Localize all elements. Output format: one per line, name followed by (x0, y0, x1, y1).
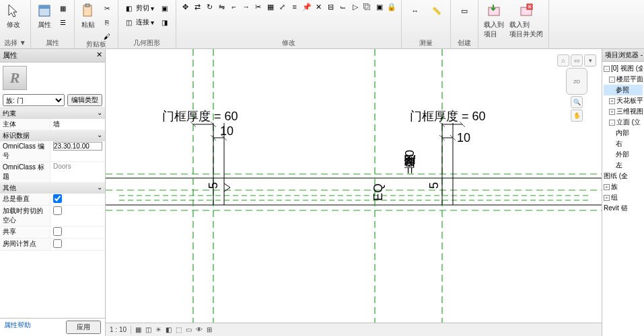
edit-type-button[interactable]: 编辑类型 (67, 94, 102, 106)
tree-item[interactable]: -[0] 视图 (全 (604, 63, 643, 74)
split2-icon[interactable]: ⊟ (326, 1, 336, 12)
split-icon[interactable]: ✂ (253, 1, 264, 12)
corner-icon[interactable]: ⌙ (338, 1, 349, 12)
tree-item[interactable]: 左 (604, 160, 643, 171)
tree-item[interactable]: +组 (604, 192, 643, 203)
pin-icon[interactable]: 📌 (301, 1, 312, 12)
vertical-checkbox[interactable] (53, 194, 62, 203)
nav-pan-icon[interactable]: ✋ (571, 110, 583, 122)
tree-item-label: 图纸 (全 (604, 172, 628, 179)
measure-button[interactable]: ↔ (406, 1, 425, 20)
room-checkbox[interactable] (53, 239, 62, 248)
rotate-icon[interactable]: ↻ (205, 1, 215, 12)
tree-toggle-icon[interactable]: - (604, 66, 610, 72)
nav-config-icon[interactable]: ▾ (584, 54, 596, 67)
tree-item[interactable]: -立面 (立 (604, 117, 643, 128)
browser-title[interactable]: 项目浏览器 - 族 (602, 49, 644, 62)
tree-toggle-icon[interactable]: - (609, 120, 615, 126)
drawing-canvas[interactable]: 门框厚度 = 60 门框厚度 = 60 10 10 5 5 EQ 门扇厚度 = … (106, 49, 602, 336)
align-icon[interactable]: ≡ (289, 1, 300, 12)
move-icon[interactable]: ✥ (180, 1, 191, 12)
cut-geom-button[interactable]: ◧剪切 ▾ (122, 1, 155, 15)
properties-button[interactable]: 属性 (35, 1, 54, 31)
scale-display[interactable]: 1 : 10 (110, 326, 127, 333)
shared-checkbox[interactable] (53, 227, 62, 236)
create-button[interactable]: ▭ (455, 1, 474, 20)
cut-button[interactable]: ✂ (100, 1, 114, 15)
load-project-button[interactable]: 载入到 项目 (482, 1, 505, 40)
tree-toggle-icon[interactable]: + (604, 184, 610, 190)
tree-item[interactable]: 内部 (604, 128, 643, 138)
load-close-button[interactable]: 载入到 项目并关闭 (508, 1, 544, 40)
mirror2-icon[interactable]: ▷ (350, 1, 361, 12)
mirror-icon[interactable]: ⇋ (217, 1, 227, 12)
section-other[interactable]: 其他⌄ (0, 183, 105, 194)
join-geom-button[interactable]: ◫连接 ▾ (122, 15, 155, 29)
tree-item[interactable]: 右 (604, 138, 643, 149)
measure2-button[interactable]: 📏 (427, 1, 446, 20)
tree-item[interactable]: 外部 (604, 149, 643, 160)
ribbon-group-modify: ✥ ⇄ ↻ ⇋ ⌐ → ✂ ▦ ⤢ ≡ 📌 ✕ ⊟ ⌙ ▷ ⿻ ▣ 🔒 修改 (176, 0, 402, 48)
properties-help-link[interactable]: 属性帮助 (4, 321, 31, 334)
geom-opt1[interactable]: ▣ (158, 1, 172, 15)
trim-icon[interactable]: ⌐ (229, 1, 240, 12)
offset-icon[interactable]: ⇄ (192, 1, 203, 12)
group-icon[interactable]: ▣ (374, 1, 385, 12)
scale-icon[interactable]: ⤢ (277, 1, 288, 12)
lock-icon[interactable]: 🔒 (386, 1, 397, 12)
geom-opt2[interactable]: ◨ (158, 15, 172, 29)
void-checkbox[interactable] (53, 206, 62, 215)
shape-icon: ▣ (159, 3, 170, 13)
apply-button[interactable]: 应用 (66, 321, 101, 334)
tree-item[interactable]: -楼层平面 (604, 74, 643, 85)
nav-zoom-icon[interactable]: 🔍 (571, 96, 583, 108)
tree-toggle-icon[interactable]: - (609, 77, 615, 83)
crop-region-icon[interactable]: ▭ (186, 326, 192, 333)
annot-frame-right: 门框厚度 = 60 (410, 108, 486, 124)
project-browser: 项目浏览器 - 族 -[0] 视图 (全-楼层平面参照+天花板平+三维视图-立面… (602, 49, 644, 336)
sun-path-icon[interactable]: ☀ (155, 326, 162, 333)
section-id-data[interactable]: 标识数据⌄ (0, 130, 105, 141)
properties-grid: 约束⌄ 主体墙 标识数据⌄ OmniClass 编号 OmniClass 标题D… (0, 108, 105, 318)
tree-item[interactable]: Revit 链 (604, 203, 643, 214)
type-props-button[interactable]: ▦ (57, 1, 70, 15)
family-types-button[interactable]: ☰ (57, 15, 70, 29)
reveal-icon[interactable]: ⊞ (207, 326, 212, 333)
modify-button[interactable]: 修改 (4, 1, 23, 31)
copy-button[interactable]: ⎘ (100, 15, 114, 29)
copy2-icon[interactable]: ⿻ (362, 1, 373, 12)
detail-level-icon[interactable]: ▦ (135, 326, 141, 333)
tree-toggle-icon[interactable]: + (609, 109, 615, 115)
tree-toggle-icon[interactable]: + (604, 195, 610, 201)
properties-title-bar[interactable]: 属性 ✕ (0, 49, 105, 62)
hide-icon[interactable]: 👁 (196, 326, 203, 333)
array-icon[interactable]: ▦ (265, 1, 276, 12)
view-cube[interactable]: 2D (566, 68, 587, 95)
revit-logo-icon: R (3, 66, 27, 90)
view-control-bar: 1 : 10 ▦ ◫ ☀ ◧ ⬚ ▭ 👁 ⊞ (106, 323, 602, 336)
nav-home-icon[interactable]: ⌂ (557, 54, 569, 67)
tree-item-label: 外部 (616, 151, 629, 158)
tree-item-label: 左 (616, 161, 622, 169)
section-constraints[interactable]: 约束⌄ (0, 108, 105, 119)
close-icon[interactable]: ✕ (96, 50, 102, 60)
browser-tree[interactable]: -[0] 视图 (全-楼层平面参照+天花板平+三维视图-立面 (立内部右外部左图… (602, 62, 644, 215)
nav-recent-icon[interactable]: ▭ (571, 54, 583, 67)
shadows-icon[interactable]: ◧ (166, 326, 172, 333)
ribbon-group-create: ▭ 创建 (451, 0, 478, 48)
visual-style-icon[interactable]: ◫ (145, 326, 151, 333)
tree-item-label: Revit 链 (604, 204, 628, 212)
tree-item[interactable]: +族 (604, 181, 643, 192)
paste-button[interactable]: 粘贴 (79, 1, 98, 31)
omni-num-input[interactable] (53, 142, 102, 151)
tree-item[interactable]: +天花板平 (604, 95, 643, 106)
extend-icon[interactable]: → (241, 1, 252, 12)
family-type-select[interactable]: 族: 门 (3, 94, 65, 106)
tree-item[interactable]: +三维视图 (604, 106, 643, 117)
tree-toggle-icon[interactable]: + (609, 98, 615, 104)
delete-icon[interactable]: ✕ (314, 1, 324, 12)
properties-icon (36, 3, 52, 19)
tree-item[interactable]: 参照 (604, 85, 643, 95)
tree-item[interactable]: 图纸 (全 (604, 171, 643, 181)
crop-icon[interactable]: ⬚ (176, 326, 182, 333)
